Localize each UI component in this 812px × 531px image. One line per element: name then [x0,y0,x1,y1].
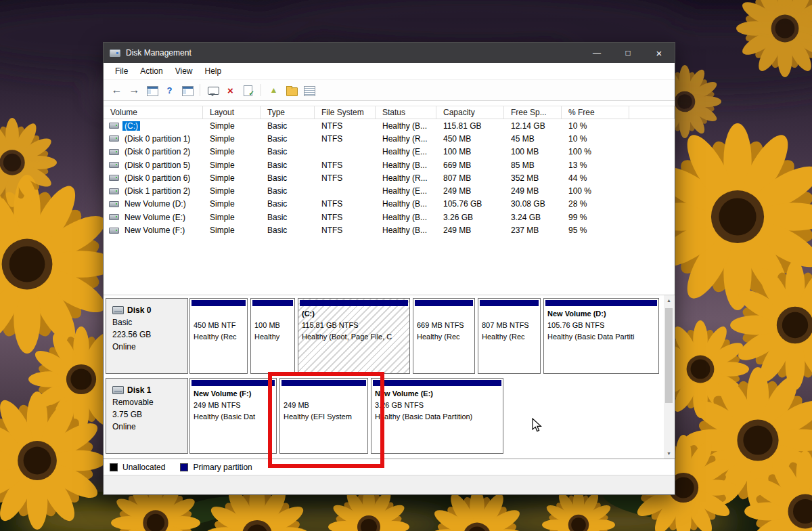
back-icon[interactable]: ← [110,84,123,97]
partition-efi-100mb[interactable]: 100 MBHealthy [250,298,295,374]
disk-info-0[interactable]: Disk 0Basic223.56 GBOnline [106,298,188,374]
title-bar[interactable]: Disk Management — □ × [104,43,675,63]
volume-drive-icon [109,228,119,234]
minimize-button[interactable]: — [581,43,612,63]
partition-recovery-450mb[interactable]: 450 MB NTFHealthy (Rec [189,298,248,374]
volume-table-body: (C:)SimpleBasicNTFSHealthy (B...115.81 G… [104,119,675,237]
cell-type: Basic [261,199,315,209]
column-header-free[interactable]: % Free [562,106,629,119]
volume-name: New Volume (D:) [122,199,188,209]
disk-icon [112,306,124,314]
partition-status: Healthy [251,331,294,343]
menu-bar: FileActionViewHelp [104,63,675,80]
close-button[interactable]: × [644,43,675,63]
cell-layout: Simple [203,186,261,196]
partition-new-volume-d[interactable]: New Volume (D:)105.76 GB NTFSHealthy (Ba… [543,298,659,374]
forward-icon[interactable]: → [128,84,141,97]
cell-layout: Simple [203,121,261,131]
column-header-blank[interactable] [629,106,675,119]
dialog-icon[interactable] [206,84,219,97]
volume-row[interactable]: New Volume (D:)SimpleBasicNTFSHealthy (B… [104,198,675,211]
volume-row[interactable]: (Disk 0 partition 1)SimpleBasicNTFSHealt… [104,132,675,145]
cell-type: Basic [261,226,315,235]
cell-status: Healthy (R... [376,173,436,183]
column-header-file-system[interactable]: File System [315,106,376,119]
partition-efi-249mb[interactable]: 249 MBHealthy (EFI System [279,378,368,454]
cell-free: 100 MB [504,147,562,156]
partition-size: 3.26 GB NTFS [371,400,503,411]
volume-drive-icon [109,214,119,220]
cell-status: Healthy (B... [376,226,436,235]
partition-title: New Volume (D:) [544,308,658,320]
column-header-type[interactable]: Type [261,106,315,119]
partition-status: Healthy (Rec [190,331,247,343]
cell-capacity: 450 MB [436,134,504,144]
partition-status: Healthy (Basic Data Partiti [544,331,658,343]
extend-volume-icon[interactable]: ▲ [267,84,280,97]
disk-size: 223.56 GB [112,328,185,341]
explore-icon[interactable] [285,84,298,97]
cell-fs: NTFS [315,213,376,222]
column-header-layout[interactable]: Layout [203,106,261,119]
menu-view[interactable]: View [169,64,199,79]
scroll-down-button[interactable]: ▼ [664,448,674,459]
partition-c[interactable]: (C:)115.81 GB NTFSHealthy (Boot, Page Fi… [298,298,410,374]
legend-unallocated-label: Unallocated [122,463,165,472]
cell-layout: Simple [203,161,261,170]
column-header-volume[interactable]: Volume [104,106,203,119]
set-partition-icon[interactable] [242,84,254,97]
cell-fs: NTFS [315,134,376,144]
volume-row[interactable]: (Disk 0 partition 5)SimpleBasicNTFSHealt… [104,158,675,171]
cell-layout: Simple [203,213,261,222]
scrollbar-track[interactable] [664,305,674,448]
menu-help[interactable]: Help [199,64,228,79]
partition-header-bar [300,300,408,306]
help-icon[interactable]: ? [163,84,176,97]
console-tree-icon[interactable] [145,84,158,97]
disk-info-1[interactable]: Disk 1Removable3.75 GBOnline [106,378,188,454]
partition-status: Healthy (Rec [413,331,474,343]
cell-free: 3.24 GB [504,213,562,222]
volume-row[interactable]: New Volume (E:)SimpleBasicNTFSHealthy (B… [104,211,675,224]
partition-new-volume-f[interactable]: New Volume (F:)249 MB NTFSHealthy (Basic… [189,378,277,454]
properties-icon[interactable] [302,84,315,97]
partition-recovery-669mb[interactable]: 669 MB NTFSHealthy (Rec [413,298,475,374]
menu-file[interactable]: File [109,64,134,79]
partition-recovery-807mb[interactable]: 807 MB NTFSHealthy (Rec [478,298,541,374]
volume-row[interactable]: New Volume (F:)SimpleBasicNTFSHealthy (B… [104,224,675,236]
volume-drive-icon [109,162,119,168]
cell-type: Basic [261,147,315,156]
partition-status: Healthy (Basic Dat [190,411,276,423]
volume-cell: New Volume (E:) [104,213,203,222]
cell-capacity: 105.76 GB [436,199,504,209]
menu-action[interactable]: Action [134,64,168,79]
partition-header-bar [281,380,366,386]
volume-row[interactable]: (C:)SimpleBasicNTFSHealthy (B...115.81 G… [104,119,675,132]
partition-size: 100 MB [251,320,294,331]
cell-status: Healthy (B... [376,121,436,131]
delete-volume-icon[interactable]: × [224,84,237,97]
volume-row[interactable]: (Disk 0 partition 2)SimpleBasicHealthy (… [104,146,675,158]
volume-list-pane: VolumeLayoutTypeFile SystemStatusCapacit… [104,101,675,295]
action-pane-icon[interactable] [181,84,194,97]
column-header-status[interactable]: Status [376,106,436,119]
cell-capacity: 249 MB [436,226,504,235]
volume-row[interactable]: (Disk 1 partition 2)SimpleBasicHealthy (… [104,184,675,197]
scrollbar-thumb[interactable] [665,308,673,403]
partition-size: 105.76 GB NTFS [544,320,658,331]
disk-status: Online [112,421,185,433]
volume-row[interactable]: (Disk 0 partition 6)SimpleBasicNTFSHealt… [104,171,675,184]
column-header-free-sp[interactable]: Free Sp... [504,106,562,119]
maximize-button[interactable]: □ [612,43,644,63]
scroll-up-button[interactable]: ▲ [664,295,674,305]
cell-layout: Simple [203,226,261,235]
volume-drive-icon [109,149,119,155]
partition-new-volume-e[interactable]: New Volume (E:)3.26 GB NTFSHealthy (Basi… [371,378,503,454]
volume-name: (C:) [122,121,140,131]
disk-kind: Basic [112,316,185,328]
cell-status: Healthy (R... [376,134,436,144]
column-header-capacity[interactable]: Capacity [436,106,504,119]
disk-strip-1: Disk 1Removable3.75 GBOnlineNew Volume (… [106,378,661,454]
graphical-view-pane: Disk 0Basic223.56 GBOnline 450 MB NTFHea… [104,295,675,459]
graphical-scrollbar[interactable]: ▲ ▼ [664,295,674,459]
